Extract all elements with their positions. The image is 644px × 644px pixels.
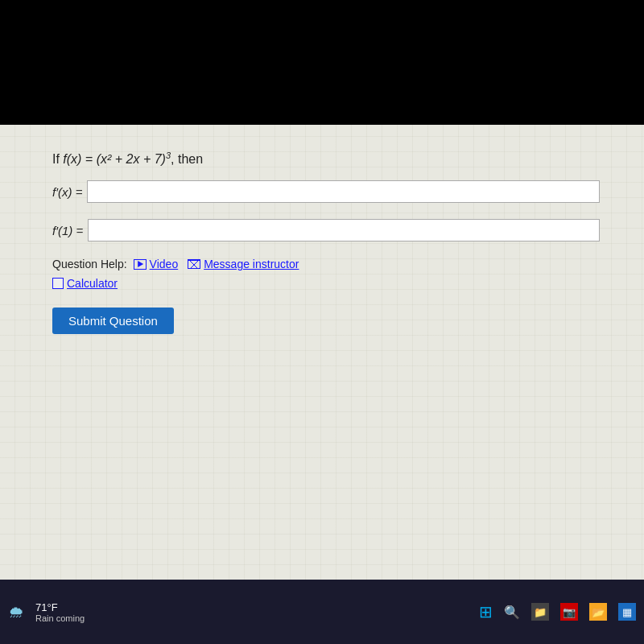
fprime-x-input[interactable] <box>87 180 600 203</box>
question-statement: If f(x) = (x² + 2x + 7)3, then <box>52 149 600 169</box>
function-name: f(x) <box>63 152 81 166</box>
calculator-icon <box>52 278 64 289</box>
fprime-x-row: f′(x) = <box>52 180 600 203</box>
calculator-row: Calculator <box>52 277 600 290</box>
app-icon: ▦ <box>622 606 632 618</box>
video-icon <box>134 259 147 270</box>
weather-desc: Rain coming <box>35 613 85 623</box>
files-icon: 📁 <box>534 606 547 618</box>
folder-icon: 📂 <box>592 606 605 618</box>
taskbar-left: 🌧 71°F Rain coming <box>8 601 479 623</box>
weather-icon: 🌧 <box>8 603 24 621</box>
fprime-1-input[interactable] <box>88 219 600 242</box>
fprime-1-label: f′(1) = <box>52 224 83 237</box>
question-help-label: Question Help: <box>52 258 127 270</box>
calculator-link[interactable]: Calculator <box>67 277 118 290</box>
video-play-triangle <box>138 261 143 267</box>
message-instructor-label: Message instructor <box>204 258 299 270</box>
fprime-x-label: f′(x) = <box>52 185 82 199</box>
taskbar-icon-files[interactable]: 📁 <box>531 603 549 621</box>
camera-icon: 📷 <box>563 606 576 618</box>
taskbar-icon-yellow[interactable]: 📂 <box>589 603 607 621</box>
question-equals: = <box>81 152 96 166</box>
taskbar-icon-camera[interactable]: 📷 <box>560 603 578 621</box>
math-expression: (x² + 2x + 7)3 <box>97 152 171 166</box>
top-black-bar <box>0 0 644 125</box>
video-link-label: Video <box>150 258 179 270</box>
video-link[interactable]: Video <box>134 258 179 270</box>
question-suffix: , then <box>171 152 203 166</box>
fprime-1-row: f′(1) = <box>52 219 600 242</box>
taskbar-icon-blue[interactable]: ▦ <box>618 603 636 621</box>
submit-question-button[interactable]: Submit Question <box>52 308 174 334</box>
content-area: If f(x) = (x² + 2x + 7)3, then f′(x) = f… <box>0 125 644 580</box>
message-instructor-link[interactable]: Message instructor <box>188 258 299 270</box>
taskbar: 🌧 71°F Rain coming ⊞ 🔍 📁 📷 📂 ▦ <box>0 580 644 644</box>
weather-temp: 71°F <box>35 601 85 613</box>
search-icon[interactable]: 🔍 <box>504 605 520 620</box>
weather-info: 71°F Rain coming <box>35 601 85 623</box>
envelope-icon <box>188 259 200 269</box>
question-prefix: If <box>52 152 63 166</box>
windows-start-icon[interactable]: ⊞ <box>479 602 493 621</box>
help-row: Question Help: Video Message instructor <box>52 258 600 270</box>
taskbar-right: ⊞ 🔍 📁 📷 📂 ▦ <box>479 602 636 621</box>
